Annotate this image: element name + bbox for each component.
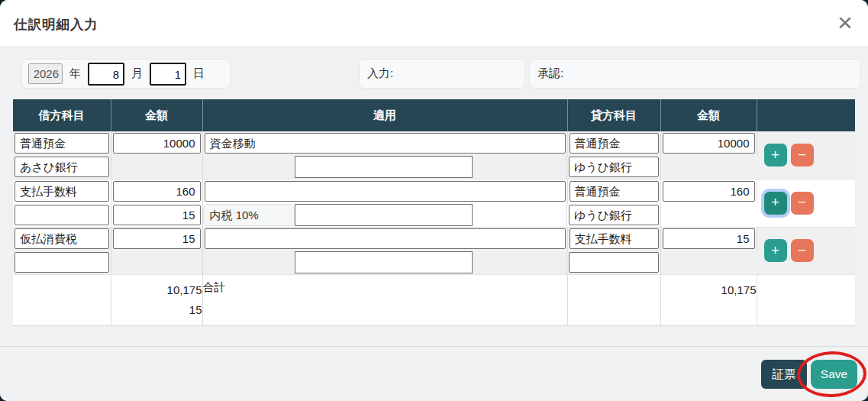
memo-sub-input[interactable] xyxy=(295,204,473,226)
debit-account-input[interactable]: 普通預金 xyxy=(15,133,109,154)
table-row: 普通預金 10000 資金移動 普通預金 10000 +− xyxy=(13,131,855,155)
empty-amount-cell xyxy=(660,155,757,179)
row-actions-cell: +− xyxy=(757,179,855,228)
totals-row: 10,175 15 合計 10,175 xyxy=(13,275,855,326)
debit-amount-input[interactable]: 10000 xyxy=(113,133,201,154)
journal-table: 借方科目 金額 適用 貸方科目 金額 普通預金 10000 資金移動 普通預金 … xyxy=(13,99,855,326)
debit-tax-amount-input[interactable]: 15 xyxy=(113,205,201,225)
year-label: 年 xyxy=(69,66,81,81)
debit-total: 10,175 xyxy=(111,280,202,300)
header-memo: 適用 xyxy=(202,99,567,131)
table-row: 15 内税 10% ゆうひ銀行 xyxy=(13,203,855,228)
header-actions xyxy=(757,99,855,131)
day-field[interactable]: 1 xyxy=(150,63,186,86)
empty-amount-cell xyxy=(660,251,757,275)
debit-amount-input[interactable]: 160 xyxy=(113,181,201,202)
table-row: あさひ銀行 ゆうひ銀行 xyxy=(13,155,855,179)
debit-tax-total: 15 xyxy=(111,300,202,320)
dialog-title: 仕訳明細入力 xyxy=(14,15,98,34)
totals-empty-cell xyxy=(13,275,111,326)
empty-amount-cell xyxy=(111,251,202,275)
credit-amount-input[interactable]: 10000 xyxy=(663,133,755,154)
header-credit-account: 貸方科目 xyxy=(567,99,660,131)
year-field: 2026 xyxy=(28,63,63,84)
credit-sub-account-input[interactable]: ゆうひ銀行 xyxy=(569,205,659,225)
input-by-field[interactable]: 入力: xyxy=(359,59,525,89)
row-actions-cell: +− xyxy=(757,131,855,179)
add-row-button[interactable]: + xyxy=(764,239,787,262)
remove-row-button[interactable]: − xyxy=(791,239,814,262)
debit-account-input[interactable]: 支払手数料 xyxy=(15,181,109,202)
credit-total: 10,175 xyxy=(660,275,757,326)
totals-empty-cell xyxy=(757,275,855,326)
dialog-content: 2026 年 8 月 1 日 入力: 承認: 借方科目 金額 適用 貸方科目 金… xyxy=(0,47,868,401)
month-label: 月 xyxy=(131,66,143,81)
month-field[interactable]: 8 xyxy=(88,63,124,86)
table-header-row: 借方科目 金額 適用 貸方科目 金額 xyxy=(13,99,855,131)
debit-sub-account-input[interactable] xyxy=(15,205,109,225)
empty-amount-cell xyxy=(111,155,202,179)
dialog-titlebar: 仕訳明細入力 × xyxy=(0,0,868,47)
credit-account-input[interactable]: 普通預金 xyxy=(570,181,659,202)
memo-sub-input[interactable] xyxy=(295,156,473,178)
remove-row-button[interactable]: − xyxy=(791,144,814,167)
debit-totals-cell: 10,175 15 xyxy=(111,275,202,326)
empty-amount-cell xyxy=(660,203,757,228)
save-button[interactable]: Save xyxy=(811,360,857,389)
credit-amount-input[interactable]: 15 xyxy=(663,228,755,249)
date-panel: 2026 年 8 月 1 日 xyxy=(21,59,231,89)
credit-account-input[interactable]: 普通預金 xyxy=(570,133,659,154)
voucher-button[interactable]: 証票 xyxy=(761,360,807,389)
credit-sub-account-input[interactable]: ゆうひ銀行 xyxy=(569,157,659,177)
memo-sub-input[interactable] xyxy=(295,251,473,273)
add-row-button[interactable]: + xyxy=(764,144,787,167)
entry-group: 仮払消費税 15 支払手数料 15 +− xyxy=(13,227,855,275)
table-row: 仮払消費税 15 支払手数料 15 +− xyxy=(13,227,855,251)
debit-sub-account-input[interactable] xyxy=(15,252,109,273)
credit-sub-account-input[interactable] xyxy=(569,252,659,273)
memo-input[interactable]: 資金移動 xyxy=(205,133,566,154)
credit-amount-input[interactable]: 160 xyxy=(663,181,755,202)
footer-divider xyxy=(0,346,868,347)
entry-group: 支払手数料 160 普通預金 160 +− 15 内税 10% xyxy=(13,179,855,228)
credit-account-input[interactable]: 支払手数料 xyxy=(570,228,659,249)
journal-entry-dialog: 仕訳明細入力 × 2026 年 8 月 1 日 入力: 承認: 借方科目 金額 … xyxy=(0,0,868,401)
entry-group: 普通預金 10000 資金移動 普通預金 10000 +− あさひ銀行 ゆうひ銀… xyxy=(13,131,855,179)
debit-account-input[interactable]: 仮払消費税 xyxy=(15,228,109,249)
tax-type-label: 内税 10% xyxy=(203,204,295,226)
header-debit-account: 借方科目 xyxy=(13,99,111,131)
approval-by-field[interactable]: 承認: xyxy=(529,59,861,89)
add-row-button-focused[interactable]: + xyxy=(764,192,787,215)
row-actions-cell: +− xyxy=(757,227,855,275)
totals-section: 10,175 15 合計 10,175 xyxy=(13,275,855,326)
memo-input[interactable] xyxy=(205,228,566,249)
table-row xyxy=(13,251,855,275)
close-icon[interactable]: × xyxy=(831,6,859,38)
debit-amount-input[interactable]: 15 xyxy=(113,228,201,249)
day-label: 日 xyxy=(193,66,205,81)
debit-sub-account-input[interactable]: あさひ銀行 xyxy=(15,157,109,177)
totals-empty-cell xyxy=(567,275,660,326)
header-debit-amount: 金額 xyxy=(111,99,202,131)
memo-input[interactable] xyxy=(205,181,566,202)
remove-row-button[interactable]: − xyxy=(791,192,814,215)
header-credit-amount: 金額 xyxy=(660,99,757,131)
table-row: 支払手数料 160 普通預金 160 +− xyxy=(13,179,855,203)
totals-label: 合計 xyxy=(202,275,567,326)
